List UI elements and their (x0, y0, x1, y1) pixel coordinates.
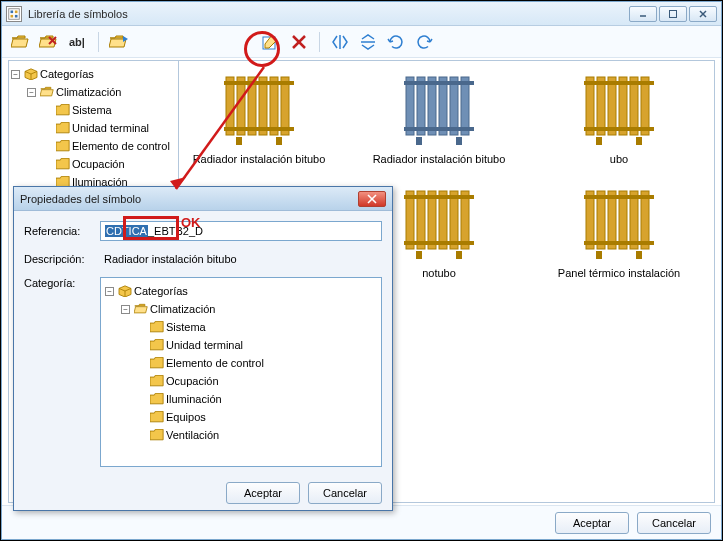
svg-rect-75 (636, 251, 642, 259)
svg-rect-29 (439, 77, 447, 135)
svg-rect-2 (15, 10, 18, 13)
titlebar: Librería de símbolos (2, 2, 721, 26)
flip-vertical-button[interactable] (356, 30, 380, 54)
symbol-item[interactable]: ubo (549, 71, 689, 165)
tree-leaf[interactable]: Sistema (137, 318, 377, 336)
reference-input-selection: CDTICA (105, 225, 148, 237)
symbol-thumbnail (400, 71, 478, 149)
tree-leaf[interactable]: Ventilación (137, 426, 377, 444)
close-button[interactable] (689, 6, 717, 22)
svg-rect-36 (586, 77, 594, 135)
tree-leaf[interactable]: Elemento de control (137, 354, 377, 372)
tree-branch[interactable]: −Climatización (27, 83, 176, 101)
svg-rect-68 (608, 191, 616, 249)
svg-rect-37 (597, 77, 605, 135)
symbol-item[interactable]: Panel térmico instalación (549, 185, 689, 291)
flip-horizontal-button[interactable] (328, 30, 352, 54)
rotate-cw-button[interactable] (384, 30, 408, 54)
tree-branch[interactable]: −Climatización (121, 300, 377, 318)
svg-rect-58 (428, 191, 436, 249)
rotate-ccw-button[interactable] (412, 30, 436, 54)
svg-rect-38 (608, 77, 616, 135)
tree-leaf[interactable]: Unidad terminal (137, 336, 377, 354)
toolbar: ab| (2, 26, 721, 58)
accept-button[interactable]: Aceptar (555, 512, 629, 534)
svg-rect-69 (619, 191, 627, 249)
svg-rect-33 (404, 127, 474, 131)
svg-rect-4 (15, 14, 18, 17)
svg-rect-17 (237, 77, 245, 135)
svg-rect-64 (416, 251, 422, 259)
cancel-button[interactable]: Cancelar (637, 512, 711, 534)
svg-rect-60 (450, 191, 458, 249)
tree-root[interactable]: −Categorías (105, 282, 377, 300)
tree-leaf[interactable]: Elemento de control (43, 137, 176, 155)
dialog-accept-button[interactable]: Aceptar (226, 482, 300, 504)
symbol-item[interactable]: Radiador instalación bitubo (189, 71, 329, 165)
svg-rect-22 (224, 81, 294, 85)
symbol-label: Radiador instalación bitubo (193, 153, 326, 165)
symbol-thumbnail (400, 185, 478, 263)
symbol-thumbnail (220, 71, 298, 149)
tree-leaf[interactable]: Sistema (43, 101, 176, 119)
maximize-button[interactable] (659, 6, 687, 22)
svg-rect-20 (270, 77, 278, 135)
svg-rect-30 (450, 77, 458, 135)
tree-root[interactable]: −Categorías (11, 65, 176, 83)
dialog-category-tree[interactable]: −Categorías−ClimatizaciónSistemaUnidad t… (100, 277, 382, 467)
minimize-button[interactable] (629, 6, 657, 22)
svg-rect-45 (636, 137, 642, 145)
tree-leaf[interactable]: Ocupación (43, 155, 176, 173)
folder-properties-button[interactable] (107, 30, 131, 54)
svg-rect-66 (586, 191, 594, 249)
svg-rect-67 (597, 191, 605, 249)
edit-button[interactable] (259, 30, 283, 54)
dialog-body: Referencia: CDTICA_EBTB2_D Descripción: … (14, 211, 392, 467)
svg-rect-41 (641, 77, 649, 135)
svg-rect-73 (584, 241, 654, 245)
svg-rect-0 (9, 8, 20, 19)
symbol-item[interactable]: Radiador instalación bitubo (369, 71, 509, 165)
symbol-label: notubo (422, 267, 456, 279)
svg-rect-65 (456, 251, 462, 259)
svg-rect-18 (248, 77, 256, 135)
toolbar-divider-2 (319, 32, 320, 52)
dialog-cancel-button[interactable]: Cancelar (308, 482, 382, 504)
svg-rect-6 (670, 10, 677, 17)
svg-rect-42 (584, 81, 654, 85)
description-label: Descripción: (24, 253, 94, 265)
rename-button[interactable]: ab| (64, 30, 90, 54)
svg-rect-16 (226, 77, 234, 135)
open-folder-button[interactable] (8, 30, 32, 54)
svg-rect-19 (259, 77, 267, 135)
svg-rect-39 (619, 77, 627, 135)
tree-leaf[interactable]: Iluminación (137, 390, 377, 408)
svg-rect-3 (11, 14, 14, 17)
tree-leaf[interactable]: Equipos (137, 408, 377, 426)
reference-input[interactable]: CDTICA_EBTB2_D (100, 221, 382, 241)
tree-leaf[interactable]: Unidad terminal (43, 119, 176, 137)
svg-rect-23 (224, 127, 294, 131)
svg-rect-35 (456, 137, 462, 145)
svg-rect-43 (584, 127, 654, 131)
dialog-close-button[interactable] (358, 191, 386, 207)
tree-leaf[interactable]: Ocupación (137, 372, 377, 390)
svg-rect-57 (417, 191, 425, 249)
svg-rect-31 (461, 77, 469, 135)
svg-rect-24 (236, 137, 242, 145)
svg-rect-1 (11, 10, 14, 13)
reference-input-rest: _EBTB2_D (148, 225, 203, 237)
svg-rect-25 (276, 137, 282, 145)
symbol-thumbnail (580, 71, 658, 149)
svg-rect-40 (630, 77, 638, 135)
svg-rect-71 (641, 191, 649, 249)
svg-rect-62 (404, 195, 474, 199)
symbol-label: ubo (610, 153, 628, 165)
svg-rect-74 (596, 251, 602, 259)
svg-rect-44 (596, 137, 602, 145)
svg-rect-72 (584, 195, 654, 199)
delete-button[interactable] (287, 30, 311, 54)
dialog-title: Propiedades del símbolo (20, 193, 358, 205)
delete-folder-button[interactable] (36, 30, 60, 54)
symbol-label: Panel térmico instalación (558, 267, 680, 279)
